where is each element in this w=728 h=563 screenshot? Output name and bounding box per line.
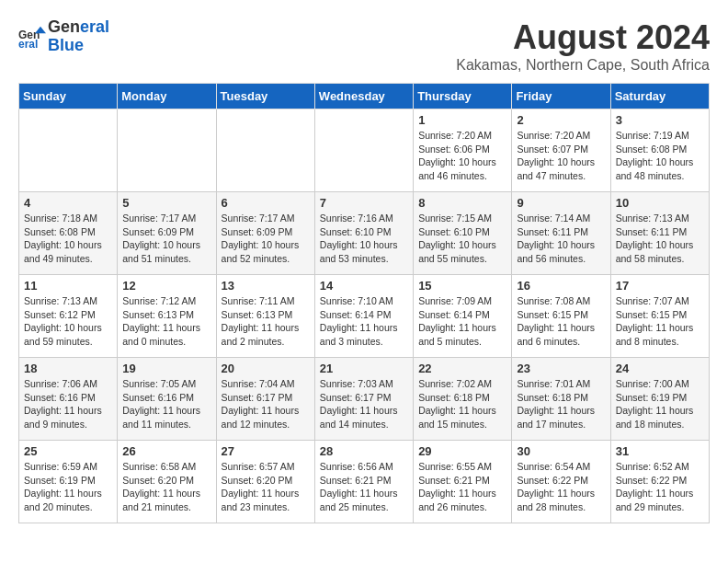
day-number: 3	[616, 113, 704, 127]
calendar-cell: 2Sunrise: 7:20 AMSunset: 6:07 PMDaylight…	[512, 109, 610, 192]
calendar-cell: 29Sunrise: 6:55 AMSunset: 6:21 PMDayligh…	[414, 441, 512, 523]
day-info: Sunrise: 7:12 AMSunset: 6:13 PMDaylight:…	[122, 294, 210, 349]
calendar-cell	[118, 109, 216, 192]
page-header: Gen eral General Blue August 2024 Kakama…	[18, 18, 710, 74]
calendar-cell: 4Sunrise: 7:18 AMSunset: 6:08 PMDaylight…	[19, 192, 118, 275]
location: Kakamas, Northern Cape, South Africa	[456, 57, 710, 74]
day-info: Sunrise: 7:20 AMSunset: 6:06 PMDaylight:…	[418, 129, 506, 183]
calendar-cell: 13Sunrise: 7:11 AMSunset: 6:13 PMDayligh…	[216, 275, 314, 358]
day-info: Sunrise: 7:17 AMSunset: 6:09 PMDaylight:…	[122, 212, 210, 266]
day-info: Sunrise: 7:09 AMSunset: 6:14 PMDaylight:…	[418, 294, 506, 349]
day-number: 9	[517, 196, 605, 210]
day-number: 1	[418, 113, 506, 127]
day-number: 27	[222, 444, 310, 458]
calendar-body: 1Sunrise: 7:20 AMSunset: 6:06 PMDaylight…	[19, 109, 710, 523]
calendar-cell: 7Sunrise: 7:16 AMSunset: 6:10 PMDaylight…	[314, 192, 413, 275]
weekday-header-saturday: Saturday	[610, 84, 709, 109]
day-info: Sunrise: 7:00 AMSunset: 6:19 PMDaylight:…	[616, 377, 704, 431]
weekday-header-thursday: Thursday	[414, 84, 512, 109]
calendar-cell: 9Sunrise: 7:14 AMSunset: 6:11 PMDaylight…	[512, 192, 610, 275]
weekday-header-monday: Monday	[118, 84, 216, 109]
day-number: 19	[122, 362, 210, 375]
day-info: Sunrise: 7:04 AMSunset: 6:17 PMDaylight:…	[222, 377, 310, 431]
day-info: Sunrise: 7:02 AMSunset: 6:18 PMDaylight:…	[418, 377, 506, 431]
calendar-cell: 19Sunrise: 7:05 AMSunset: 6:16 PMDayligh…	[118, 358, 216, 441]
calendar-cell: 25Sunrise: 6:59 AMSunset: 6:19 PMDayligh…	[19, 441, 118, 523]
day-number: 14	[320, 279, 408, 293]
day-info: Sunrise: 7:03 AMSunset: 6:17 PMDaylight:…	[320, 377, 408, 431]
calendar-cell: 6Sunrise: 7:17 AMSunset: 6:09 PMDaylight…	[216, 192, 314, 275]
day-info: Sunrise: 7:18 AMSunset: 6:08 PMDaylight:…	[24, 212, 112, 266]
day-number: 31	[616, 444, 704, 458]
day-info: Sunrise: 7:07 AMSunset: 6:15 PMDaylight:…	[616, 294, 704, 349]
logo-icon: Gen eral	[18, 23, 46, 51]
day-info: Sunrise: 6:58 AMSunset: 6:20 PMDaylight:…	[122, 460, 210, 514]
day-number: 26	[122, 444, 210, 458]
day-info: Sunrise: 7:17 AMSunset: 6:09 PMDaylight:…	[222, 212, 310, 266]
calendar-cell: 14Sunrise: 7:10 AMSunset: 6:14 PMDayligh…	[314, 275, 413, 358]
day-number: 24	[616, 362, 704, 375]
day-number: 8	[418, 196, 506, 210]
day-info: Sunrise: 7:06 AMSunset: 6:16 PMDaylight:…	[24, 377, 112, 431]
weekday-header-row: SundayMondayTuesdayWednesdayThursdayFrid…	[19, 84, 710, 109]
day-info: Sunrise: 7:08 AMSunset: 6:15 PMDaylight:…	[517, 294, 605, 349]
calendar-cell	[314, 109, 413, 192]
day-number: 22	[418, 362, 506, 375]
day-number: 5	[122, 196, 210, 210]
calendar-cell: 11Sunrise: 7:13 AMSunset: 6:12 PMDayligh…	[19, 275, 118, 358]
calendar-week-3: 11Sunrise: 7:13 AMSunset: 6:12 PMDayligh…	[19, 275, 710, 358]
calendar-cell: 30Sunrise: 6:54 AMSunset: 6:22 PMDayligh…	[512, 441, 610, 523]
calendar-cell: 3Sunrise: 7:19 AMSunset: 6:08 PMDaylight…	[610, 109, 709, 192]
logo: Gen eral General Blue	[18, 18, 109, 55]
day-number: 10	[616, 196, 704, 210]
day-number: 16	[517, 279, 605, 293]
weekday-header-wednesday: Wednesday	[314, 84, 413, 109]
day-number: 20	[222, 362, 310, 375]
weekday-header-sunday: Sunday	[19, 84, 118, 109]
day-info: Sunrise: 7:13 AMSunset: 6:12 PMDaylight:…	[24, 294, 112, 349]
day-number: 15	[418, 279, 506, 293]
day-info: Sunrise: 6:54 AMSunset: 6:22 PMDaylight:…	[517, 460, 605, 514]
day-number: 18	[24, 362, 112, 375]
title-block: August 2024 Kakamas, Northern Cape, Sout…	[456, 18, 710, 74]
calendar-cell: 5Sunrise: 7:17 AMSunset: 6:09 PMDaylight…	[118, 192, 216, 275]
calendar-cell: 24Sunrise: 7:00 AMSunset: 6:19 PMDayligh…	[610, 358, 709, 441]
calendar-week-1: 1Sunrise: 7:20 AMSunset: 6:06 PMDaylight…	[19, 109, 710, 192]
day-number: 17	[616, 279, 704, 293]
weekday-header-tuesday: Tuesday	[216, 84, 314, 109]
day-info: Sunrise: 7:10 AMSunset: 6:14 PMDaylight:…	[320, 294, 408, 349]
day-info: Sunrise: 7:05 AMSunset: 6:16 PMDaylight:…	[122, 377, 210, 431]
calendar-cell: 8Sunrise: 7:15 AMSunset: 6:10 PMDaylight…	[414, 192, 512, 275]
calendar-cell: 27Sunrise: 6:57 AMSunset: 6:20 PMDayligh…	[216, 441, 314, 523]
day-number: 29	[418, 444, 506, 458]
day-number: 30	[517, 444, 605, 458]
calendar-cell: 20Sunrise: 7:04 AMSunset: 6:17 PMDayligh…	[216, 358, 314, 441]
day-info: Sunrise: 6:52 AMSunset: 6:22 PMDaylight:…	[616, 460, 704, 514]
calendar-cell: 22Sunrise: 7:02 AMSunset: 6:18 PMDayligh…	[414, 358, 512, 441]
day-info: Sunrise: 6:56 AMSunset: 6:21 PMDaylight:…	[320, 460, 408, 514]
calendar-cell: 12Sunrise: 7:12 AMSunset: 6:13 PMDayligh…	[118, 275, 216, 358]
day-number: 2	[517, 113, 605, 127]
calendar-cell: 28Sunrise: 6:56 AMSunset: 6:21 PMDayligh…	[314, 441, 413, 523]
day-info: Sunrise: 7:16 AMSunset: 6:10 PMDaylight:…	[320, 212, 408, 266]
day-number: 4	[24, 196, 112, 210]
calendar-cell: 18Sunrise: 7:06 AMSunset: 6:16 PMDayligh…	[19, 358, 118, 441]
day-info: Sunrise: 7:01 AMSunset: 6:18 PMDaylight:…	[517, 377, 605, 431]
day-number: 13	[222, 279, 310, 293]
calendar-cell: 26Sunrise: 6:58 AMSunset: 6:20 PMDayligh…	[118, 441, 216, 523]
calendar-cell: 23Sunrise: 7:01 AMSunset: 6:18 PMDayligh…	[512, 358, 610, 441]
calendar-cell: 16Sunrise: 7:08 AMSunset: 6:15 PMDayligh…	[512, 275, 610, 358]
day-info: Sunrise: 7:20 AMSunset: 6:07 PMDaylight:…	[517, 129, 605, 183]
calendar-cell	[216, 109, 314, 192]
weekday-header-friday: Friday	[512, 84, 610, 109]
calendar-table: SundayMondayTuesdayWednesdayThursdayFrid…	[18, 83, 710, 523]
day-info: Sunrise: 6:55 AMSunset: 6:21 PMDaylight:…	[418, 460, 506, 514]
day-info: Sunrise: 6:57 AMSunset: 6:20 PMDaylight:…	[222, 460, 310, 514]
calendar-cell: 21Sunrise: 7:03 AMSunset: 6:17 PMDayligh…	[314, 358, 413, 441]
day-info: Sunrise: 7:11 AMSunset: 6:13 PMDaylight:…	[222, 294, 310, 349]
calendar-cell: 17Sunrise: 7:07 AMSunset: 6:15 PMDayligh…	[610, 275, 709, 358]
calendar-cell: 31Sunrise: 6:52 AMSunset: 6:22 PMDayligh…	[610, 441, 709, 523]
svg-text:eral: eral	[18, 38, 38, 51]
day-number: 12	[122, 279, 210, 293]
day-number: 7	[320, 196, 408, 210]
